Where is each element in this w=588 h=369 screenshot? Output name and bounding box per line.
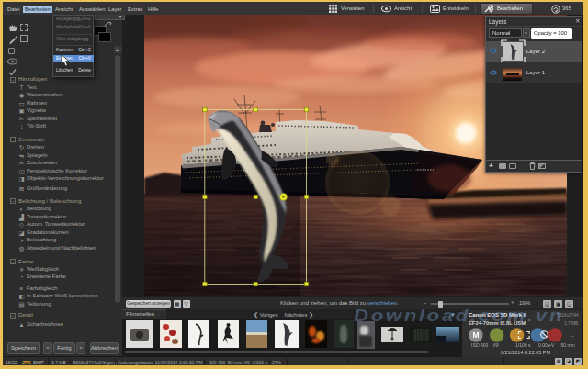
svg-text:M: M — [472, 330, 479, 340]
svg-text:--: -- — [571, 332, 574, 338]
